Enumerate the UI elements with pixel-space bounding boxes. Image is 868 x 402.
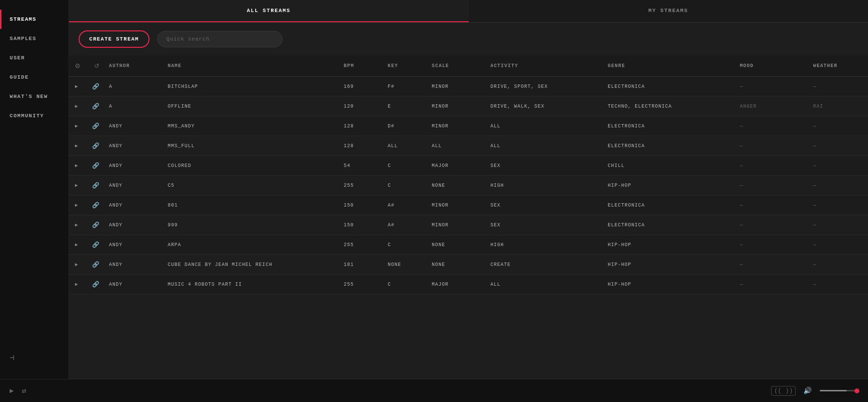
tab-my-streams[interactable]: MY STREAMS — [469, 0, 868, 22]
play-cell: ▶ — [69, 215, 88, 235]
link-cell: 🔗 — [88, 116, 105, 136]
logout-button[interactable]: ⊣ — [0, 346, 68, 369]
th-bpm: BPM — [340, 55, 384, 77]
row-author: ANDY — [105, 235, 164, 255]
row-play-button[interactable]: ▶ — [73, 162, 81, 169]
sidebar-item-user[interactable]: USER — [0, 48, 68, 68]
row-mood: — — [736, 156, 809, 176]
row-author: ANDY — [105, 275, 164, 294]
row-scale: MINOR — [428, 97, 487, 116]
bottom-left-controls: ▶ ⇄ — [10, 386, 27, 396]
table-row[interactable]: ▶ 🔗 A OFFLINE 120 E MINOR DRIVE, WALK, S… — [69, 97, 868, 116]
row-play-button[interactable]: ▶ — [73, 241, 81, 249]
sidebar-item-whats-new[interactable]: WHAT'S NEW — [0, 87, 68, 106]
row-genre: CHILL — [604, 156, 736, 176]
th-genre: GENRE — [604, 55, 736, 77]
sidebar-item-streams[interactable]: STREAMS — [0, 10, 68, 29]
row-play-button[interactable]: ▶ — [73, 221, 81, 229]
row-play-button[interactable]: ▶ — [73, 122, 81, 130]
link-cell: 🔗 — [88, 77, 105, 97]
play-cell: ▶ — [69, 136, 88, 156]
row-link-icon[interactable]: 🔗 — [92, 222, 100, 229]
row-play-button[interactable]: ▶ — [73, 102, 81, 110]
row-link-icon[interactable]: 🔗 — [92, 281, 100, 288]
row-weather: — — [809, 275, 868, 294]
table-row[interactable]: ▶ 🔗 ANDY CUBE DANCE BY JEAN MICHEL REICH… — [69, 255, 868, 275]
row-play-button[interactable]: ▶ — [73, 261, 81, 268]
row-name: CUBE DANCE BY JEAN MICHEL REICH — [164, 255, 340, 275]
row-activity: CREATE — [487, 255, 604, 275]
table-row[interactable]: ▶ 🔗 ANDY MUSIC 4 ROBOTS PART II 255 C MA… — [69, 275, 868, 294]
shuffle-button[interactable]: ⇄ — [22, 386, 27, 396]
link-cell: 🔗 — [88, 136, 105, 156]
row-play-button[interactable]: ▶ — [73, 83, 81, 90]
table-body: ▶ 🔗 A BITCHSLAP 169 F# MINOR DRIVE, SPOR… — [69, 77, 868, 294]
table-row[interactable]: ▶ 🔗 ANDY 999 150 A# MINOR SEX ELECTRONIC… — [69, 215, 868, 235]
table-row[interactable]: ▶ 🔗 ANDY 801 150 A# MINOR SEX ELECTRONIC… — [69, 195, 868, 215]
row-key: E — [384, 97, 428, 116]
row-key: A# — [384, 215, 428, 235]
search-input[interactable] — [157, 31, 283, 47]
row-link-icon[interactable]: 🔗 — [92, 83, 100, 90]
table-row[interactable]: ▶ 🔗 ANDY C5 255 C NONE HIGH HIP-HOP — — — [69, 176, 868, 195]
table-row[interactable]: ▶ 🔗 ANDY MMS_ANDY 128 D# MINOR ALL ELECT… — [69, 116, 868, 136]
sidebar-item-guide[interactable]: GUIDE — [0, 68, 68, 87]
table-row[interactable]: ▶ 🔗 ANDY ARPA 255 C NONE HIGH HIP-HOP — … — [69, 235, 868, 255]
row-genre: ELECTRONICA — [604, 195, 736, 215]
th-refresh: ↺ — [88, 55, 105, 77]
volume-slider[interactable] — [820, 390, 858, 391]
row-play-button[interactable]: ▶ — [73, 280, 81, 288]
row-link-icon[interactable]: 🔗 — [92, 202, 100, 209]
row-key: C — [384, 275, 428, 294]
volume-icon: 🔊 — [803, 387, 812, 395]
row-genre: HIP-HOP — [604, 235, 736, 255]
link-cell: 🔗 — [88, 235, 105, 255]
row-link-icon[interactable]: 🔗 — [92, 123, 100, 130]
th-weather: WEATHER — [809, 55, 868, 77]
create-stream-button[interactable]: CREATE STREAM — [79, 30, 149, 48]
row-bpm: 128 — [340, 116, 384, 136]
row-author: ANDY — [105, 176, 164, 195]
row-link-icon[interactable]: 🔗 — [92, 103, 100, 110]
streams-table-container[interactable]: ⚙ ↺ AUTHOR NAME BPM KEY SCALE ACTIVITY G… — [69, 55, 868, 379]
settings-icon-button[interactable]: ⚙ — [73, 60, 82, 71]
play-cell: ▶ — [69, 116, 88, 136]
row-play-button[interactable]: ▶ — [73, 142, 81, 150]
play-cell: ▶ — [69, 97, 88, 116]
link-cell: 🔗 — [88, 176, 105, 195]
row-play-button[interactable]: ▶ — [73, 201, 81, 209]
row-scale: NONE — [428, 176, 487, 195]
row-link-icon[interactable]: 🔗 — [92, 143, 100, 150]
row-link-icon[interactable]: 🔗 — [92, 262, 100, 268]
play-cell: ▶ — [69, 77, 88, 97]
row-link-icon[interactable]: 🔗 — [92, 242, 100, 249]
table-header-row: ⚙ ↺ AUTHOR NAME BPM KEY SCALE ACTIVITY G… — [69, 55, 868, 77]
row-mood: — — [736, 215, 809, 235]
tab-all-streams[interactable]: ALL STREAMS — [69, 0, 469, 22]
row-play-button[interactable]: ▶ — [73, 181, 81, 189]
table-row[interactable]: ▶ 🔗 ANDY COLORED 54 C MAJOR SEX CHILL — … — [69, 156, 868, 176]
refresh-icon-button[interactable]: ↺ — [92, 60, 101, 71]
slider-track — [820, 390, 858, 391]
table-row[interactable]: ▶ 🔗 ANDY MMS_FULL 128 ALL ALL ALL ELECTR… — [69, 136, 868, 156]
row-link-icon[interactable]: 🔗 — [92, 182, 100, 189]
row-bpm: 181 — [340, 255, 384, 275]
row-bpm: 255 — [340, 176, 384, 195]
row-activity: SEX — [487, 215, 604, 235]
play-button[interactable]: ▶ — [10, 387, 14, 395]
play-cell: ▶ — [69, 275, 88, 294]
row-genre: ELECTRONICA — [604, 136, 736, 156]
row-link-icon[interactable]: 🔗 — [92, 163, 100, 169]
row-weather: — — [809, 116, 868, 136]
row-weather: — — [809, 235, 868, 255]
row-activity: DRIVE, WALK, SEX — [487, 97, 604, 116]
sidebar-item-community[interactable]: COMMUNITY — [0, 106, 68, 125]
row-mood: — — [736, 275, 809, 294]
link-cell: 🔗 — [88, 195, 105, 215]
row-name: BITCHSLAP — [164, 77, 340, 97]
radio-icon[interactable]: (( )) — [771, 386, 796, 396]
sidebar-item-samples[interactable]: SAMPLES — [0, 29, 68, 48]
row-key: A# — [384, 195, 428, 215]
table-row[interactable]: ▶ 🔗 A BITCHSLAP 169 F# MINOR DRIVE, SPOR… — [69, 77, 868, 97]
row-weather: — — [809, 215, 868, 235]
